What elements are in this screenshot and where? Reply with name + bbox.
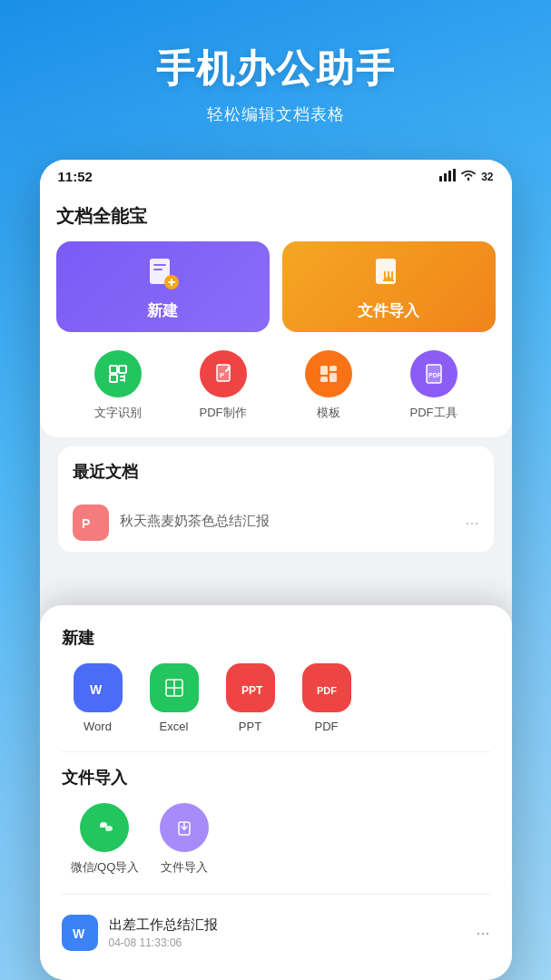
svg-text:W: W [73, 926, 85, 941]
word-label: Word [84, 720, 112, 733]
import-button[interactable]: 文件导入 [282, 241, 496, 332]
svg-text:P: P [220, 371, 225, 379]
file-import-icon [160, 803, 209, 852]
overlay-new-items: W Word [62, 663, 490, 733]
recent-title: 最近文档 [73, 461, 479, 483]
doc-name-2: 出差工作总结汇报 [109, 916, 466, 934]
svg-rect-22 [330, 373, 337, 382]
new-label: 新建 [147, 300, 178, 321]
template-label: 模板 [317, 405, 340, 421]
app-title: 手机办公助手 [18, 44, 533, 94]
pdf-tools-label: PDF工具 [410, 405, 458, 421]
doc-item-2-wrapper: W 出差工作总结汇报 04-08 11:33:06 ··· [62, 894, 490, 962]
battery-icon: 32 [481, 171, 493, 183]
svg-text:PDF: PDF [317, 685, 337, 696]
overlay-ppt[interactable]: PPT PPT [223, 663, 278, 733]
svg-rect-16 [123, 375, 125, 382]
overlay-new-section: 新建 W Word [62, 627, 490, 733]
recent-section-wrapper: 最近文档 P 秋天燕麦奶茶色总结汇报 ··· [40, 446, 512, 553]
header: 手机办公助手 轻松编辑文档表格 [0, 0, 551, 143]
import-label: 文件导入 [358, 300, 419, 321]
doc-icon-word: W [62, 915, 98, 951]
wifi-icon [460, 169, 477, 184]
svg-text:PPT: PPT [241, 684, 263, 697]
doc-more-2[interactable]: ··· [476, 924, 489, 943]
tool-template[interactable]: 模板 [305, 350, 352, 421]
doc-more-1[interactable]: ··· [465, 514, 478, 533]
phone-mockup: 11:52 32 文档全能宝 [40, 160, 512, 980]
tool-pdf-make[interactable]: P PDF制作 [200, 350, 247, 421]
svg-rect-5 [153, 264, 166, 266]
overlay-new-title: 新建 [62, 627, 490, 649]
word-icon: W [74, 663, 123, 712]
overlay-import-title: 文件导入 [62, 767, 490, 789]
action-buttons: 新建 文件导入 [56, 241, 496, 332]
svg-rect-21 [320, 377, 328, 382]
svg-text:PDF: PDF [428, 372, 442, 378]
template-icon [305, 350, 352, 397]
svg-rect-1 [444, 173, 447, 181]
status-icons: 32 [439, 169, 493, 184]
svg-rect-13 [110, 375, 117, 382]
svg-rect-20 [330, 366, 337, 371]
top-section: 文档全能宝 新建 [40, 190, 512, 437]
app-name: 文档全能宝 [56, 204, 496, 229]
tool-ocr[interactable]: 文字识别 [94, 350, 142, 421]
wechat-icon [80, 803, 129, 852]
overlay-panel: 新建 W Word [40, 605, 512, 977]
doc-item-1[interactable]: P 秋天燕麦奶茶色总结汇报 ··· [73, 494, 479, 553]
status-time: 11:52 [58, 169, 93, 184]
pdf-icon: PDF [302, 663, 351, 712]
file-import-label: 文件导入 [161, 859, 208, 876]
svg-text:P: P [82, 516, 90, 531]
overlay-pdf[interactable]: PDF PDF [300, 663, 354, 733]
svg-rect-11 [110, 366, 117, 373]
app-content: 文档全能宝 新建 [40, 190, 512, 977]
doc-item-2[interactable]: W 出差工作总结汇报 04-08 11:33:06 ··· [62, 904, 490, 962]
svg-text:W: W [90, 682, 103, 697]
excel-label: Excel [160, 720, 189, 733]
svg-rect-6 [153, 269, 162, 270]
svg-point-36 [93, 816, 116, 839]
pdf-make-label: PDF制作 [200, 405, 247, 421]
import-icon [369, 253, 408, 293]
status-bar: 11:52 32 [40, 160, 512, 190]
overlay-file-import[interactable]: 文件导入 [157, 803, 212, 876]
svg-rect-9 [171, 279, 172, 286]
doc-icon-ppt: P [73, 505, 109, 541]
ocr-icon [94, 350, 142, 397]
new-icon [143, 253, 182, 293]
signal-icon [439, 169, 456, 184]
svg-rect-19 [320, 366, 328, 375]
overlay-import-items: 微信/QQ导入 文件导入 [62, 803, 490, 876]
wechat-label: 微信/QQ导入 [71, 859, 140, 876]
excel-icon [150, 663, 199, 712]
pdf-make-icon: P [200, 350, 247, 397]
doc-name-1: 秋天燕麦奶茶色总结汇报 [120, 513, 455, 530]
doc-date-2: 04-08 11:33:06 [109, 936, 466, 949]
pdf-tools-icon: PDF [410, 350, 458, 397]
svg-rect-2 [448, 171, 451, 181]
app-subtitle: 轻松编辑文档表格 [18, 103, 533, 125]
overlay-excel[interactable]: Excel [147, 663, 202, 733]
overlay-word[interactable]: W Word [71, 663, 125, 733]
ocr-label: 文字识别 [94, 405, 142, 421]
svg-rect-12 [119, 366, 126, 373]
svg-rect-0 [439, 176, 442, 181]
ppt-icon: PPT [226, 663, 275, 712]
overlay-import-section: 文件导入 微信/QQ导入 [62, 767, 490, 876]
doc-info-1: 秋天燕麦奶茶色总结汇报 [120, 513, 455, 533]
divider [62, 751, 490, 752]
tool-pdf-tools[interactable]: PDF PDF工具 [410, 350, 458, 421]
quick-tools: 文字识别 P PDF制作 [56, 350, 496, 421]
ppt-label: PPT [239, 720, 261, 733]
pdf-label: PDF [315, 720, 339, 733]
recent-section: 最近文档 P 秋天燕麦奶茶色总结汇报 ··· [58, 446, 494, 553]
doc-info-2: 出差工作总结汇报 04-08 11:33:06 [109, 916, 466, 949]
overlay-wechat[interactable]: 微信/QQ导入 [71, 803, 140, 876]
new-button[interactable]: 新建 [56, 241, 270, 332]
svg-rect-3 [453, 169, 456, 181]
